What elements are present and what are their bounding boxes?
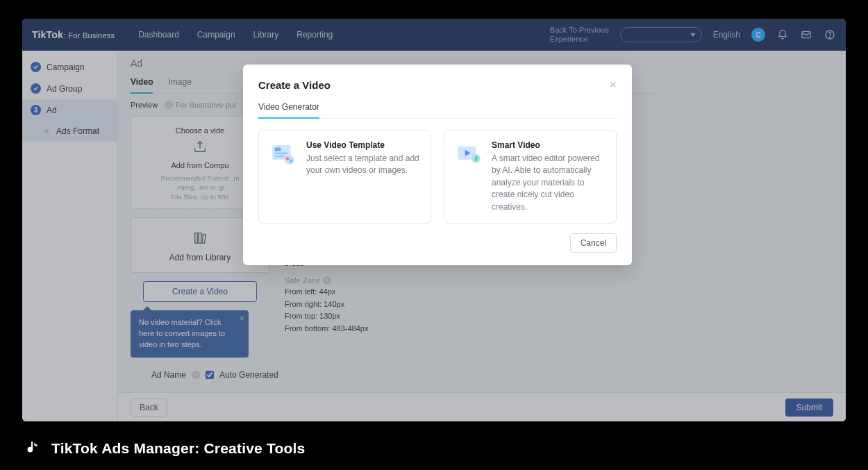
svg-point-10 [285, 155, 294, 165]
svg-point-12 [290, 159, 293, 162]
tab-video-generator[interactable]: Video Generator [258, 98, 319, 119]
tiktok-note-icon [22, 439, 40, 458]
option-cards: Use Video Template Just select a templat… [258, 130, 617, 224]
card-desc: Just select a template and add your own … [306, 153, 421, 177]
modal-tabs: Video Generator [258, 98, 617, 119]
card-desc: A smart video editor powered by AI. Able… [492, 153, 606, 213]
caption-text: TikTok Ads Manager: Creative Tools [51, 440, 305, 457]
app-window: TikTok: For Business Dashboard Campaign … [22, 19, 846, 421]
smart-video-icon [454, 140, 483, 169]
cancel-button[interactable]: Cancel [570, 233, 617, 253]
card-title: Use Video Template [306, 140, 421, 150]
card-video-template[interactable]: Use Video Template Just select a templat… [258, 130, 431, 224]
svg-rect-7 [275, 148, 281, 151]
create-video-modal: Create a Video × Video Generator Use Vid… [243, 65, 632, 265]
svg-rect-8 [275, 153, 288, 155]
card-title: Smart Video [492, 140, 606, 150]
caption-bar: TikTok Ads Manager: Creative Tools [22, 439, 305, 458]
svg-point-11 [286, 157, 290, 160]
template-icon [269, 140, 298, 169]
card-smart-video[interactable]: Smart Video A smart video editor powered… [444, 130, 617, 224]
svg-rect-9 [275, 156, 285, 158]
modal-title: Create a Video [258, 79, 331, 91]
close-icon[interactable]: × [609, 78, 617, 91]
svg-point-15 [475, 158, 478, 160]
